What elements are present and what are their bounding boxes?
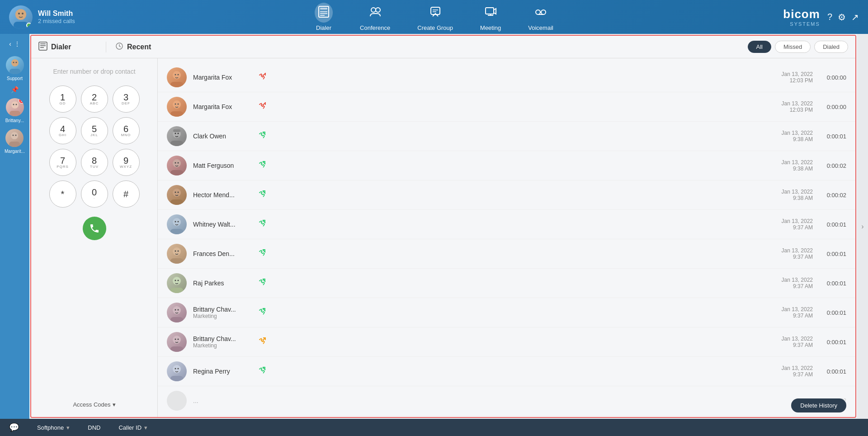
avatar <box>9 5 33 29</box>
delete-history-button[interactable]: Delete History <box>791 398 846 412</box>
nav-create-group[interactable]: Create Group <box>417 3 453 31</box>
svg-point-81 <box>178 309 179 311</box>
table-row[interactable]: Frances Den... Jan 13, 20229:37 AM 0:00:… <box>158 239 855 269</box>
sidebar-item-margarit[interactable]: Margarit... <box>5 127 25 156</box>
call-contact-name: Regina Perry <box>193 368 247 375</box>
call-avatar <box>167 185 187 205</box>
nav-conference[interactable]: Conference <box>360 3 390 31</box>
dialer-input-area[interactable]: Enter number or drop contact <box>53 67 135 76</box>
table-row[interactable]: Brittany Chav... Marketing Jan 13, 20229… <box>158 298 855 327</box>
table-row[interactable]: Matt Ferguson Jan 13, 20229:38 AM 0:00:0… <box>158 151 855 180</box>
svg-rect-79 <box>170 317 183 322</box>
svg-point-44 <box>175 104 176 105</box>
svg-rect-69 <box>170 258 183 264</box>
key-1[interactable]: 1GD <box>49 85 76 113</box>
call-date: Jan 13, 20229:37 AM <box>768 336 813 348</box>
key-8[interactable]: 8TUV <box>81 149 108 176</box>
support-avatar <box>6 56 24 74</box>
nav-dialer[interactable]: Dialer <box>315 3 333 31</box>
outgoing-call-icon <box>258 336 267 348</box>
call-avatar <box>167 391 187 411</box>
call-date: Jan 13, 20229:38 AM <box>768 159 813 172</box>
online-indicator <box>26 23 32 28</box>
key-5[interactable]: 5JKL <box>81 117 108 144</box>
call-avatar <box>167 214 187 234</box>
sidebar-item-support[interactable]: Support <box>6 54 24 83</box>
call-contact-sub: Marketing <box>193 313 247 319</box>
svg-point-28 <box>11 132 18 139</box>
delete-history-bar: Delete History <box>791 398 846 412</box>
sidebar-collapse-arrows[interactable]: ‹ ⋮ <box>9 38 20 52</box>
svg-point-31 <box>15 135 17 136</box>
access-codes[interactable]: Access Codes ▾ <box>73 401 115 408</box>
pin-icon: 📌 <box>11 85 19 94</box>
svg-point-0 <box>15 9 26 20</box>
filter-missed-button[interactable]: Missed <box>775 41 811 53</box>
table-row[interactable]: Whitney Walt... Jan 13, 20229:37 AM 0:00… <box>158 210 855 239</box>
svg-point-55 <box>175 162 176 164</box>
key-6[interactable]: 6MNO <box>113 117 140 144</box>
svg-point-30 <box>13 135 14 136</box>
call-contact-name: Raj Parkes <box>193 280 247 287</box>
svg-point-18 <box>541 10 546 14</box>
nav-voicemail-label: Voicemail <box>528 24 553 31</box>
nav-voicemail[interactable]: Voicemail <box>528 3 553 31</box>
svg-point-66 <box>178 221 179 223</box>
table-row[interactable]: Margarita Fox Jan 13, 202212:03 PM 0:00:… <box>158 92 855 122</box>
bottombar-dnd[interactable]: DND <box>88 424 100 431</box>
nav-meeting[interactable]: Meeting <box>480 3 501 31</box>
svg-point-50 <box>178 133 179 134</box>
svg-rect-48 <box>170 141 183 146</box>
clock-icon <box>115 42 123 52</box>
key-3[interactable]: 3DEF <box>113 85 140 113</box>
chevron-right-icon: › <box>861 223 863 231</box>
call-avatar <box>167 156 187 175</box>
key-4[interactable]: 4GHI <box>49 117 76 144</box>
svg-point-3 <box>22 13 24 14</box>
user-profile[interactable]: Will Smith 2 missed calls <box>9 5 108 29</box>
key-7[interactable]: 7PQRS <box>49 149 76 176</box>
table-row[interactable]: Clark Owen Jan 13, 20229:38 AM 0:00:01 <box>158 122 855 151</box>
table-row[interactable]: Margarita Fox Jan 13, 202212:03 PM 0:00:… <box>158 63 855 92</box>
nav-create-group-label: Create Group <box>417 24 453 31</box>
bicom-logo: bicomSYSTEMS <box>783 7 820 27</box>
key-2[interactable]: 2ABC <box>81 85 108 113</box>
svg-rect-43 <box>170 111 183 117</box>
key-0[interactable]: 0· <box>81 180 108 208</box>
right-collapse-button[interactable]: › <box>857 34 868 419</box>
table-row[interactable]: Raj Parkes Jan 13, 20229:37 AM 0:00:01 <box>158 269 855 298</box>
nav-conference-label: Conference <box>360 24 390 31</box>
call-contact-name: Whitney Walt... <box>193 221 247 228</box>
svg-rect-25 <box>9 111 20 116</box>
key-hash[interactable]: # <box>113 180 140 208</box>
table-row[interactable]: Hector Mend... Jan 13, 20229:38 AM 0:00:… <box>158 180 855 210</box>
call-date: Jan 13, 202212:03 PM <box>768 100 813 113</box>
call-date: Jan 13, 202212:03 PM <box>768 71 813 84</box>
settings-icon[interactable]: ⚙ <box>838 12 846 23</box>
bottombar-caller-id[interactable]: Caller ID ▾ <box>118 424 147 431</box>
svg-point-20 <box>11 59 19 66</box>
filter-dialed-button[interactable]: Dialed <box>814 41 848 53</box>
table-row: ... Jan 13, 2022 <box>158 386 855 416</box>
support-label: Support <box>7 76 23 81</box>
call-duration: 0:00:01 <box>819 133 846 140</box>
sidebar-item-brittany[interactable]: 1 Brittany... <box>5 96 24 125</box>
svg-point-49 <box>175 133 176 134</box>
key-star[interactable]: * <box>49 180 76 208</box>
logout-icon[interactable]: ↗ <box>851 12 859 23</box>
svg-point-61 <box>178 192 179 193</box>
menu-icon[interactable]: ⋮ <box>14 40 20 47</box>
call-button[interactable] <box>83 217 106 240</box>
bottombar-softphone[interactable]: Softphone ▾ <box>37 424 70 431</box>
missed-call-icon <box>258 101 267 113</box>
table-row[interactable]: Regina Perry Jan 13, 20229:37 AM 0:00:01 <box>158 357 855 386</box>
bottombar-chat[interactable]: 💬 <box>9 422 19 432</box>
key-9[interactable]: 9WXYZ <box>113 149 140 176</box>
filter-all-button[interactable]: All <box>748 41 771 53</box>
arrow-left-icon[interactable]: ‹ <box>9 40 11 47</box>
help-icon[interactable]: ? <box>827 12 832 23</box>
user-name: Will Smith <box>38 9 75 18</box>
incoming-call-icon <box>258 278 267 289</box>
svg-point-40 <box>178 74 179 76</box>
table-row[interactable]: Brittany Chav... Marketing Jan 13, 20229… <box>158 327 855 357</box>
